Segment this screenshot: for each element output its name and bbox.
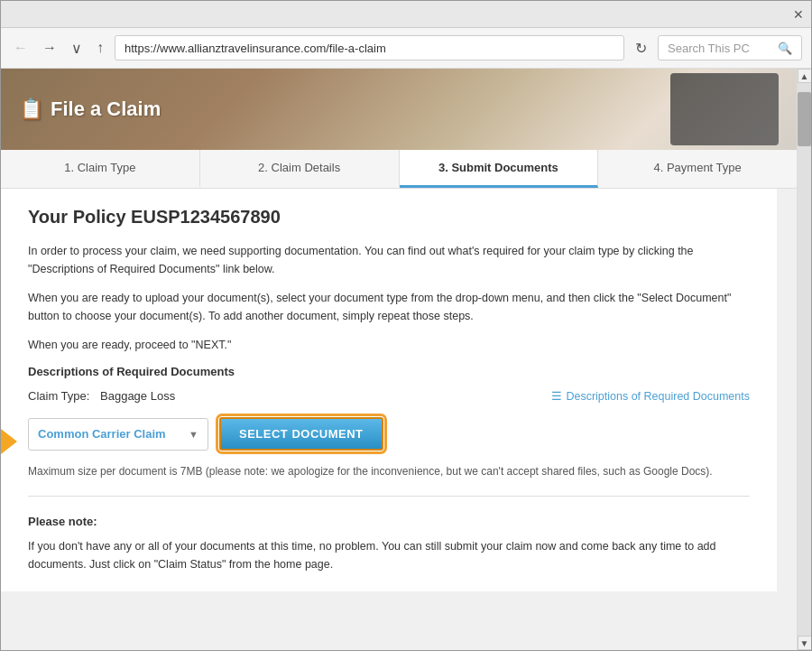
intro-text-1: In order to process your claim, we need … <box>28 242 750 278</box>
url-text: https://www.allianztravelinsurance.com/f… <box>125 42 386 55</box>
dropdown-button[interactable]: ∨ <box>68 38 86 59</box>
descriptions-link-text: Descriptions of Required Documents <box>566 390 750 403</box>
scroll-down-arrow[interactable]: ▼ <box>798 636 812 650</box>
note-text: If you don't have any or all of your doc… <box>28 537 750 573</box>
address-bar[interactable]: https://www.allianztravelinsurance.com/f… <box>115 35 624 60</box>
section-heading: Descriptions of Required Documents <box>28 365 750 378</box>
select-document-button[interactable]: SELECT DOCUMENT <box>219 417 383 451</box>
search-placeholder: Search This PC <box>668 42 750 55</box>
intro-text-2: When you are ready to upload your docume… <box>28 289 750 325</box>
max-size-note: Maximum size per document is 7MB (please… <box>28 465 750 478</box>
hero-banner: 📋 File a Claim <box>1 69 797 150</box>
hero-device-decoration <box>670 73 779 145</box>
claim-type-row: Claim Type: Baggage Loss ☰ Descriptions … <box>28 389 750 403</box>
page-title: 📋 File a Claim <box>19 98 161 121</box>
step-tabs: 1. Claim Type 2. Claim Details 3. Submit… <box>1 150 797 189</box>
please-note-label: Please note: <box>28 515 750 528</box>
close-icon[interactable]: ✕ <box>793 7 804 22</box>
refresh-button[interactable]: ↻ <box>632 38 651 59</box>
search-icon: 🔍 <box>778 42 792 55</box>
scroll-thumb[interactable] <box>798 92 811 146</box>
intro-text-3: When you are ready, proceed to "NEXT." <box>28 336 750 354</box>
claim-type-label: Claim Type: <box>28 389 89 403</box>
scroll-up-arrow[interactable]: ▲ <box>798 69 812 83</box>
browser-window: ✕ ← → ∨ ↑ https://www.allianztravelinsur… <box>0 0 812 651</box>
document-selector-row: Common Carrier Claim ▼ SELECT DOCUMENT <box>28 417 383 451</box>
claim-type-info: Claim Type: Baggage Loss <box>28 389 175 403</box>
document-type-dropdown[interactable]: Common Carrier Claim ▼ <box>28 418 208 451</box>
content-area: Your Policy EUSP1234567890 In order to p… <box>1 189 777 591</box>
browser-toolbar: ← → ∨ ↑ https://www.allianztravelinsuran… <box>1 28 811 69</box>
tab-payment-type[interactable]: 4. Payment Type <box>598 150 797 188</box>
dropdown-value: Common Carrier Claim <box>38 427 166 441</box>
descriptions-link-icon: ☰ <box>551 389 562 403</box>
page-wrapper: 📋 File a Claim 1. Claim Type 2. Claim De… <box>1 69 797 650</box>
file-icon: 📋 <box>19 98 43 121</box>
browser-titlebar: ✕ <box>1 1 811 28</box>
tab-claim-type[interactable]: 1. Claim Type <box>1 150 200 188</box>
tab-claim-details[interactable]: 2. Claim Details <box>200 150 400 188</box>
page-title-text: File a Claim <box>51 98 161 121</box>
left-arrow-indicator <box>1 429 17 454</box>
up-button[interactable]: ↑ <box>93 38 107 58</box>
section-divider <box>28 496 750 497</box>
document-area: Common Carrier Claim ▼ SELECT DOCUMENT M… <box>28 417 750 478</box>
scroll-track[interactable] <box>798 83 811 636</box>
descriptions-link[interactable]: ☰ Descriptions of Required Documents <box>551 389 750 403</box>
forward-button[interactable]: → <box>39 38 60 58</box>
tab-submit-documents[interactable]: 3. Submit Documents <box>400 150 599 188</box>
claim-type-value: Baggage Loss <box>100 389 175 403</box>
scrollbar[interactable]: ▲ ▼ <box>797 69 811 650</box>
browser-content: 📋 File a Claim 1. Claim Type 2. Claim De… <box>1 69 811 650</box>
policy-number: Your Policy EUSP1234567890 <box>28 207 750 228</box>
chevron-down-icon: ▼ <box>189 429 198 440</box>
search-bar[interactable]: Search This PC 🔍 <box>658 35 802 60</box>
back-button[interactable]: ← <box>10 38 32 58</box>
